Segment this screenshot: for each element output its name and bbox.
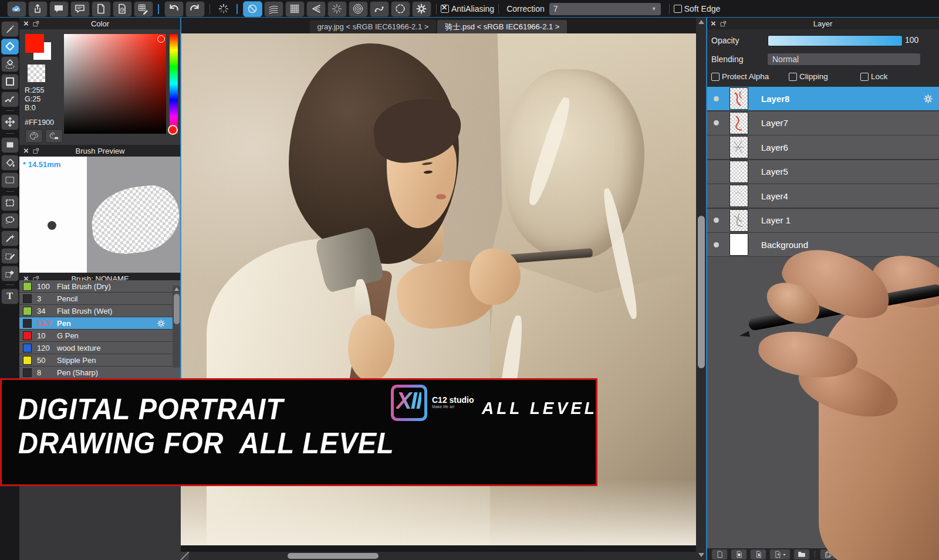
- layer-visible-icon[interactable]: [714, 96, 719, 101]
- text-tool-icon[interactable]: [1, 289, 19, 304]
- layer-row[interactable]: Layer 1: [707, 209, 939, 233]
- scroll-up-arrow-icon[interactable]: [174, 287, 179, 291]
- move-tool-icon[interactable]: [1, 114, 19, 130]
- dock-separator[interactable]: [706, 18, 707, 560]
- new-8bit-layer-icon[interactable]: 8: [731, 549, 747, 560]
- snap-radial-icon[interactable]: [327, 1, 347, 17]
- snap-concentric-icon[interactable]: [349, 1, 368, 17]
- correction-dropdown[interactable]: 7 ▼: [549, 3, 661, 15]
- layer-visible-icon[interactable]: [714, 242, 719, 247]
- opacity-slider[interactable]: [768, 35, 903, 46]
- saturation-value-picker[interactable]: [64, 34, 166, 134]
- delete-layer-icon[interactable]: [866, 549, 882, 560]
- clipping-box[interactable]: [789, 73, 797, 81]
- clipping-checkbox[interactable]: Clipping: [789, 72, 828, 81]
- layer-visible-icon[interactable]: [714, 218, 719, 223]
- select-pen-tool-icon[interactable]: [1, 248, 19, 264]
- select-lasso-tool-icon[interactable]: [1, 213, 19, 229]
- scroll-up-arrow-icon[interactable]: [698, 20, 704, 24]
- new-folder-icon[interactable]: [793, 549, 810, 560]
- layer-row[interactable]: Layer6: [707, 135, 939, 159]
- brush-tool-icon[interactable]: [1, 21, 19, 37]
- layer-settings-gear-icon[interactable]: [923, 94, 933, 104]
- brush-list-item[interactable]: 34Flat Brush (Wet): [19, 305, 181, 317]
- canvas-horizontal-scrollbar[interactable]: [189, 552, 696, 560]
- brush-list-item[interactable]: 10G Pen: [19, 330, 181, 342]
- duplicate-layer-icon[interactable]: [820, 549, 836, 560]
- layer-row-selected[interactable]: Layer8: [707, 87, 939, 111]
- document-tab-active[interactable]: 骑士.psd < sRGB IEC61966-2.1 >: [437, 20, 567, 33]
- scrollbar-thumb[interactable]: [174, 294, 180, 324]
- new-1bit-layer-icon[interactable]: 1: [750, 549, 766, 560]
- close-icon[interactable]: [711, 19, 716, 28]
- palette-icon[interactable]: [25, 129, 43, 143]
- layer-row[interactable]: Layer7: [707, 111, 939, 135]
- protect-alpha-checkbox[interactable]: Protect Alpha: [711, 72, 769, 81]
- document-history-icon[interactable]: [113, 1, 132, 17]
- layer-row[interactable]: Layer4: [707, 184, 939, 208]
- layer-row[interactable]: Background: [707, 233, 939, 257]
- canvas-vertical-scrollbar[interactable]: [696, 18, 707, 560]
- antialiasing-checkbox-box[interactable]: [441, 5, 449, 13]
- antialiasing-checkbox[interactable]: AntiAliasing: [441, 4, 494, 13]
- close-icon[interactable]: [23, 146, 29, 155]
- brush-list-item[interactable]: 100Flat Brush (Dry): [19, 280, 181, 293]
- export-icon[interactable]: [28, 1, 48, 17]
- document-tab[interactable]: gray.jpg < sRGB IEC61966-2.1 >: [310, 20, 437, 33]
- comment-icon[interactable]: [49, 1, 69, 17]
- brush-list-item[interactable]: 120wood texture: [19, 342, 181, 354]
- snap-parallel-icon[interactable]: [264, 1, 283, 17]
- layer-row[interactable]: Layer5: [707, 160, 939, 184]
- snap-grid-icon[interactable]: [285, 1, 305, 17]
- layer-visible-icon[interactable]: [714, 120, 719, 125]
- gradient-tool-icon[interactable]: [1, 172, 19, 188]
- popout-icon[interactable]: [720, 21, 727, 27]
- cloud-sync-icon[interactable]: [7, 1, 26, 17]
- palette-edit-icon[interactable]: [45, 129, 63, 143]
- popout-icon[interactable]: [33, 148, 39, 154]
- popout-icon[interactable]: [33, 21, 39, 27]
- select-eraser-tool-icon[interactable]: [1, 266, 19, 281]
- polyline-tool-icon[interactable]: [1, 91, 19, 107]
- blending-dropdown[interactable]: Normal: [768, 53, 920, 65]
- soft-edge-checkbox-box[interactable]: [674, 5, 682, 13]
- snap-settings-icon[interactable]: [412, 1, 431, 17]
- foreground-color-swatch[interactable]: [25, 34, 44, 53]
- brush-settings-gear-icon[interactable]: [157, 319, 165, 328]
- redo-icon[interactable]: [185, 1, 205, 17]
- brush-list-scrollbar[interactable]: [173, 286, 180, 368]
- soft-edge-checkbox[interactable]: Soft Edge: [674, 4, 721, 13]
- comment-detail-icon[interactable]: [70, 1, 90, 17]
- scroll-down-arrow-icon[interactable]: [698, 553, 704, 557]
- new-layer-icon[interactable]: [711, 549, 728, 560]
- hue-marker[interactable]: [168, 125, 178, 135]
- canvas-edit-icon[interactable]: [134, 1, 153, 17]
- document-icon[interactable]: [92, 1, 111, 17]
- brush-list-item[interactable]: 8Pen (Sharp): [19, 366, 181, 379]
- add-layer-menu-icon[interactable]: [769, 549, 791, 560]
- rect-fill-tool-icon[interactable]: [1, 137, 19, 153]
- scrollbar-thumb[interactable]: [698, 216, 705, 368]
- snap-vanishing-icon[interactable]: [306, 1, 326, 17]
- undo-icon[interactable]: [164, 1, 184, 17]
- hue-slider[interactable]: [170, 34, 178, 134]
- dock-separator[interactable]: [180, 18, 181, 378]
- magic-wand-tool-icon[interactable]: [1, 230, 19, 246]
- brush-list-item[interactable]: 50Stipple Pen: [19, 354, 181, 366]
- brush-list-item-selected[interactable]: 13.7Pen: [19, 317, 181, 330]
- eraser-soft-tool-icon[interactable]: [1, 56, 19, 72]
- snap-off-icon[interactable]: [243, 1, 262, 17]
- lock-box[interactable]: [860, 73, 869, 81]
- layer-hidden-placeholder[interactable]: [714, 169, 719, 174]
- snap-curve-icon[interactable]: [370, 1, 389, 17]
- sv-marker[interactable]: [157, 35, 165, 43]
- select-rect-tool-icon[interactable]: [1, 195, 19, 211]
- merge-down-icon[interactable]: [839, 549, 856, 560]
- transparent-color-swatch[interactable]: [28, 65, 45, 82]
- brush-list-item[interactable]: 3Pencil: [19, 293, 181, 305]
- lock-checkbox[interactable]: Lock: [860, 72, 888, 81]
- protect-alpha-box[interactable]: [711, 73, 720, 81]
- scrollbar-thumb[interactable]: [288, 553, 379, 559]
- layer-hidden-placeholder[interactable]: [714, 145, 719, 150]
- close-icon[interactable]: [23, 19, 29, 28]
